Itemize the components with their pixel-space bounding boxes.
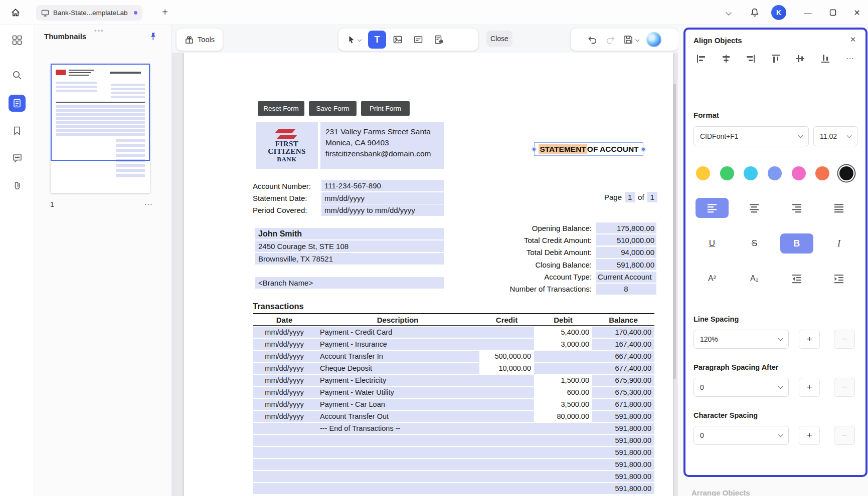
panel-drag-handle[interactable]: •••: [94, 27, 104, 35]
font-size-select[interactable]: 11.02: [813, 126, 857, 146]
table-cell-field[interactable]: 1,500.00: [534, 375, 592, 386]
avatar[interactable]: K: [771, 5, 786, 20]
table-cell-field[interactable]: Payment - Insurance: [316, 339, 479, 350]
close-window-button[interactable]: ✕: [849, 5, 864, 20]
maximize-button[interactable]: [825, 5, 840, 20]
table-cell-field[interactable]: [479, 399, 534, 410]
paragraph-spacing-increase-button[interactable]: +: [799, 378, 820, 397]
paragraph-spacing-decrease-button[interactable]: −: [834, 378, 855, 397]
table-cell-field[interactable]: 600.00: [534, 387, 592, 398]
table-cell-field[interactable]: [316, 471, 479, 482]
pin-panel-button[interactable]: [147, 31, 158, 42]
line-spacing-increase-button[interactable]: +: [799, 330, 820, 349]
decrease-indent-button[interactable]: [780, 269, 813, 289]
image-tool-button[interactable]: [389, 31, 407, 49]
summary-value-field[interactable]: 591,800.00: [596, 259, 656, 270]
paragraph-spacing-select[interactable]: 0: [693, 378, 789, 397]
apps-grid-button[interactable]: [9, 32, 26, 49]
close-edit-mode-button[interactable]: Close: [486, 31, 512, 47]
align-left-button[interactable]: [695, 52, 708, 65]
increase-indent-button[interactable]: [822, 269, 855, 289]
table-cell-field[interactable]: [479, 459, 534, 470]
summary-value-field[interactable]: 8: [596, 284, 656, 295]
attachments-button[interactable]: [9, 177, 26, 194]
select-tool-button[interactable]: [342, 31, 366, 49]
save-button[interactable]: [623, 35, 639, 45]
undo-button[interactable]: [587, 35, 598, 45]
document-tab[interactable]: Bank-State...emplateLab: [36, 5, 142, 21]
table-cell-field[interactable]: Payment - Water Utility: [316, 387, 479, 398]
text-align-justify-button[interactable]: [822, 198, 855, 218]
minimize-button[interactable]: —: [800, 5, 815, 20]
table-cell-field[interactable]: mm/dd/yyyy: [253, 399, 316, 410]
table-cell-field[interactable]: Payment - Credit Card: [316, 327, 479, 338]
align-bottom-button[interactable]: [819, 52, 832, 65]
table-cell-field[interactable]: mm/dd/yyyy: [253, 363, 316, 374]
table-cell-field[interactable]: 167,400.00: [592, 339, 654, 350]
table-cell-field[interactable]: mm/dd/yyyy: [253, 387, 316, 398]
search-button[interactable]: [9, 67, 26, 84]
table-cell-field[interactable]: [479, 435, 534, 446]
table-cell-field[interactable]: Cheque Deposit: [316, 363, 479, 374]
table-cell-field[interactable]: [534, 423, 592, 434]
color-swatch-yellow[interactable]: [696, 166, 710, 180]
table-cell-field[interactable]: 5,400.00: [534, 327, 592, 338]
italic-button[interactable]: I: [822, 233, 855, 254]
table-cell-field[interactable]: [316, 447, 479, 458]
table-cell-field[interactable]: 3,500.00: [534, 399, 592, 410]
text-align-right-button[interactable]: [780, 198, 813, 218]
character-spacing-increase-button[interactable]: +: [799, 426, 820, 445]
form-field-tool-button[interactable]: [409, 31, 427, 49]
table-cell-field[interactable]: Account Transfer Out: [316, 411, 479, 422]
table-cell-field[interactable]: 591,800.00: [592, 447, 654, 458]
table-cell-field[interactable]: Account Transfer In: [316, 351, 479, 362]
print-form-button[interactable]: Print Form: [361, 101, 410, 116]
table-cell-field[interactable]: 3,000.00: [534, 339, 592, 350]
table-cell-field[interactable]: 675,300.00: [592, 387, 654, 398]
branch-name-field[interactable]: <Branch Name>: [255, 277, 444, 289]
color-swatch-pink[interactable]: [792, 166, 806, 180]
table-cell-field[interactable]: [316, 483, 479, 494]
table-cell-field[interactable]: [534, 459, 592, 470]
line-spacing-select[interactable]: 120%: [693, 330, 789, 349]
table-cell-field[interactable]: [534, 483, 592, 494]
close-panel-button[interactable]: ✕: [847, 34, 858, 45]
text-align-left-button[interactable]: [696, 198, 729, 218]
selection-handle-right[interactable]: [641, 147, 645, 151]
underline-button[interactable]: U: [696, 233, 729, 254]
table-cell-field[interactable]: [534, 363, 592, 374]
customer-name-field[interactable]: John Smith: [255, 228, 444, 239]
current-page-field[interactable]: 1: [625, 192, 635, 202]
bank-logo[interactable]: FIRST CITIZENS BANK: [256, 122, 318, 169]
home-button[interactable]: [7, 4, 24, 21]
bookmarks-button[interactable]: [9, 122, 26, 139]
table-cell-field[interactable]: 170,400.00: [592, 327, 654, 338]
text-align-center-button[interactable]: [738, 198, 771, 218]
table-cell-field[interactable]: [253, 471, 316, 482]
total-pages-field[interactable]: 1: [647, 192, 657, 202]
table-cell-field[interactable]: [316, 435, 479, 446]
table-cell-field[interactable]: 500,000.00: [479, 351, 534, 362]
table-cell-field[interactable]: mm/dd/yyyy: [253, 351, 316, 362]
table-cell-field[interactable]: [534, 447, 592, 458]
more-align-options-button[interactable]: ···: [843, 52, 856, 65]
text-tool-button[interactable]: T: [368, 31, 386, 49]
table-cell-field[interactable]: 675,900.00: [592, 375, 654, 386]
line-spacing-decrease-button[interactable]: −: [834, 330, 855, 349]
table-cell-field[interactable]: 591,800.00: [592, 411, 654, 422]
table-cell-field[interactable]: [479, 327, 534, 338]
align-top-button[interactable]: [769, 52, 782, 65]
table-cell-field[interactable]: 671,800.00: [592, 399, 654, 410]
table-cell-field[interactable]: 677,400.00: [592, 363, 654, 374]
selection-handle-left[interactable]: [532, 147, 536, 151]
align-right-button[interactable]: [744, 52, 757, 65]
font-family-select[interactable]: CIDFont+F1: [693, 126, 809, 146]
table-cell-field[interactable]: 667,400.00: [592, 351, 654, 362]
subscript-button[interactable]: A₂: [738, 269, 771, 289]
customer-address1-field[interactable]: 2450 Courage St, STE 108: [255, 240, 444, 252]
page-field-tool-button[interactable]: [430, 31, 448, 49]
tabs-dropdown-button[interactable]: [721, 5, 736, 20]
vertical-scrollbar[interactable]: [673, 84, 676, 379]
align-middle-vertical-button[interactable]: [794, 52, 807, 65]
comments-button[interactable]: [9, 149, 26, 166]
